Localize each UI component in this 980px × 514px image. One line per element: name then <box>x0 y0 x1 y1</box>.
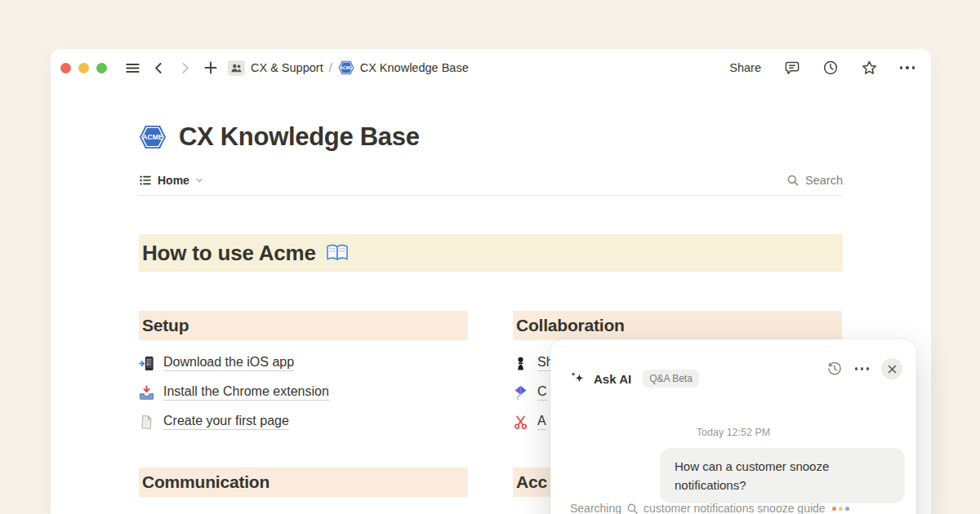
svg-text:ACME: ACME <box>340 65 353 70</box>
ask-ai-more-icon[interactable] <box>855 367 870 370</box>
zoom-window-button[interactable] <box>96 63 107 73</box>
search-status-icon <box>626 503 639 514</box>
search-button[interactable]: Search <box>786 174 843 187</box>
scissors-icon <box>513 414 528 430</box>
loading-dots <box>832 507 849 511</box>
link-label: C <box>537 384 547 401</box>
forward-icon[interactable] <box>174 57 195 78</box>
svg-text:ACME: ACME <box>142 133 163 141</box>
breadcrumb-separator: / <box>329 61 332 74</box>
section-setup-title: Setup <box>142 316 189 335</box>
status-prefix: Searching <box>570 502 621 514</box>
new-tab-icon[interactable] <box>200 57 221 78</box>
section-communication-title: Communication <box>142 472 270 492</box>
back-icon[interactable] <box>148 57 169 78</box>
ai-sparkle-icon <box>569 371 586 386</box>
ask-ai-dialog: Ask AI Q&A Beta Today 12:52 PM How can a… <box>550 339 916 514</box>
history-icon[interactable] <box>826 361 843 377</box>
link-label: Download the iOS app <box>163 355 294 371</box>
minimize-window-button[interactable] <box>78 63 89 73</box>
kite-icon <box>513 385 528 401</box>
more-icon[interactable] <box>897 57 918 78</box>
hamburger-menu-icon[interactable] <box>122 57 143 78</box>
search-label: Search <box>805 174 843 187</box>
window-controls <box>60 63 107 73</box>
search-icon <box>786 174 800 187</box>
page-title: CX Knowledge Base <box>179 122 420 152</box>
section-collaboration-title: Collaboration <box>516 316 625 335</box>
phone-arrow-icon <box>139 356 154 371</box>
page-header: ACME CX Knowledge Base <box>139 122 843 152</box>
chat-timestamp: Today 12:52 PM <box>550 427 916 438</box>
status-query: customer notifications snooze guide <box>644 502 826 514</box>
ai-status-line: Searching customer notifications snooze … <box>570 502 849 514</box>
ask-ai-close-icon[interactable] <box>881 358 902 379</box>
list-view-icon <box>139 174 152 187</box>
divider <box>139 195 843 196</box>
clock-icon[interactable] <box>820 57 841 78</box>
link-create-first-page[interactable]: Create your first page <box>139 407 468 436</box>
qa-beta-badge: Q&A Beta <box>643 370 699 388</box>
comments-icon[interactable] <box>782 57 803 78</box>
section-collaboration: Collaboration <box>513 311 842 340</box>
page-icon <box>139 414 154 430</box>
breadcrumb-page[interactable]: CX Knowledge Base <box>360 61 469 74</box>
workspace-people-icon[interactable] <box>228 60 245 76</box>
star-icon[interactable] <box>858 57 880 78</box>
close-window-button[interactable] <box>60 63 71 73</box>
tab-home[interactable]: Home <box>139 174 203 187</box>
link-download-ios-app[interactable]: Download the iOS app <box>139 348 468 378</box>
left-column: Setup <box>139 311 468 497</box>
ask-ai-header: Ask AI Q&A Beta <box>569 370 699 388</box>
acme-logo-icon: ACME <box>139 125 167 149</box>
banner-heading: How to use Acme <box>139 234 843 272</box>
ask-ai-title: Ask AI <box>594 372 631 386</box>
section-communication: Communication <box>139 467 468 497</box>
section-setup: Setup <box>139 311 468 340</box>
chevron-down-icon <box>195 176 203 184</box>
tab-home-label: Home <box>158 174 189 187</box>
view-row: Home Search <box>139 174 843 187</box>
user-message-bubble: How can a customer snooze notifications? <box>660 448 905 503</box>
link-label: Create your first page <box>163 414 289 430</box>
breadcrumb-workspace[interactable]: CX & Support <box>251 61 323 74</box>
breadcrumb: CX & Support / ACME CX Knowledge Base <box>228 60 469 76</box>
pawn-icon <box>513 356 528 371</box>
share-button[interactable]: Share <box>726 60 764 76</box>
link-label: A <box>537 414 546 430</box>
link-label: Install the Chrome extension <box>163 384 329 401</box>
inbox-tray-icon <box>139 385 154 401</box>
toolbar: CX & Support / ACME CX Knowledge Base Sh… <box>51 49 931 86</box>
open-book-icon <box>326 244 349 262</box>
link-install-chrome-extension[interactable]: Install the Chrome extension <box>139 378 468 407</box>
section-account-title: Acc <box>516 472 547 492</box>
acme-page-badge-icon: ACME <box>338 60 354 75</box>
banner-title: How to use Acme <box>142 241 316 266</box>
